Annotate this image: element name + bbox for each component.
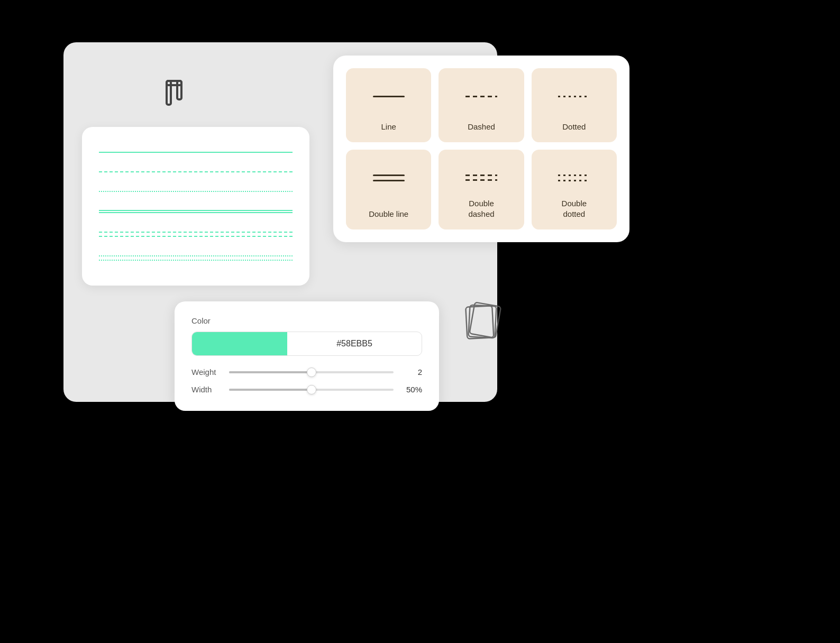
staple-decoration (151, 78, 193, 117)
preview-double-dashed-line (99, 232, 293, 237)
color-hex-value: #58EBB5 (287, 339, 422, 348)
type-label-dashed: Dashed (468, 122, 495, 132)
line-type-card: Line Dashed Dotted Double line (333, 56, 629, 242)
double-dashed-icon (465, 164, 497, 191)
weight-slider[interactable] (229, 371, 394, 373)
type-item-dashed[interactable]: Dashed (439, 68, 524, 142)
line-icon (373, 83, 405, 109)
slider-group: Weight 2 Width 50% (191, 368, 422, 394)
type-item-double-line[interactable]: Double line (346, 150, 431, 229)
preview-double-dotted-line (99, 255, 293, 261)
preview-dotted-line (99, 191, 293, 192)
double-line-icon (373, 164, 405, 191)
type-item-dotted[interactable]: Dotted (532, 68, 617, 142)
type-item-double-dotted[interactable]: Doubledotted (532, 150, 617, 229)
type-item-double-dashed[interactable]: Doubledashed (439, 150, 524, 229)
type-item-line[interactable]: Line (346, 68, 431, 142)
width-label: Width (191, 385, 221, 394)
type-label-line: Line (381, 122, 396, 132)
weight-label: Weight (191, 368, 221, 376)
weight-row: Weight 2 (191, 368, 422, 376)
width-row: Width 50% (191, 385, 422, 394)
svg-rect-2 (177, 81, 181, 99)
width-value: 50% (402, 385, 422, 394)
dotted-icon (558, 83, 590, 109)
type-label-double-dotted: Doubledotted (562, 198, 587, 219)
color-row[interactable]: #58EBB5 (191, 332, 422, 356)
preview-dashed-line (99, 171, 293, 172)
weight-value: 2 (402, 368, 422, 376)
width-slider[interactable] (229, 389, 394, 391)
lines-preview-card (82, 127, 309, 286)
type-label-double-dashed: Doubledashed (468, 198, 494, 219)
double-dotted-icon (558, 164, 590, 191)
type-label-double-line: Double line (369, 209, 408, 219)
dashed-icon (465, 83, 497, 109)
color-label: Color (191, 316, 422, 325)
type-label-dotted: Dotted (562, 122, 586, 132)
preview-double-solid-line (99, 210, 293, 213)
settings-card: Color #58EBB5 Weight 2 Width 50% (175, 301, 439, 411)
scene: Line Dashed Dotted Double line (0, 0, 840, 643)
color-swatch[interactable] (192, 332, 287, 355)
preview-solid-line (99, 152, 293, 153)
